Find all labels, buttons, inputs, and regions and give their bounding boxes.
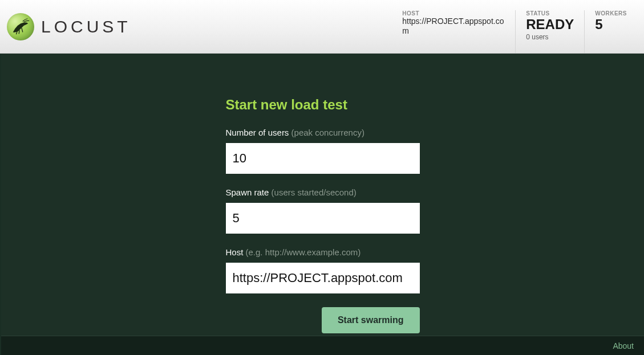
spawn-input[interactable] (226, 203, 420, 234)
host-label-text: Host (226, 247, 246, 257)
stat-host-label: HOST (402, 10, 505, 17)
host-label-hint: (e.g. http://www.example.com) (246, 247, 361, 257)
stat-status-sub: 0 users (526, 33, 574, 41)
app-header: LOCUST HOST https://PROJECT.appspot.com … (0, 0, 644, 54)
users-label: Number of users (peak concurrency) (226, 128, 420, 137)
stat-host-value: https://PROJECT.appspot.com (402, 17, 505, 36)
users-input[interactable] (226, 143, 420, 174)
users-label-text: Number of users (226, 128, 291, 137)
stat-status-label: STATUS (526, 10, 574, 17)
host-input[interactable] (226, 263, 420, 293)
locust-icon (7, 13, 34, 40)
stat-host: HOST https://PROJECT.appspot.com (392, 10, 515, 53)
logo-text: LOCUST (41, 17, 131, 36)
host-label: Host (e.g. http://www.example.com) (226, 247, 420, 257)
stat-workers-value: 5 (595, 17, 627, 33)
spawn-label: Spawn rate (users started/second) (226, 187, 420, 197)
stat-workers-label: WORKERS (595, 10, 627, 17)
about-link[interactable]: About (613, 341, 634, 350)
spawn-label-hint: (users started/second) (272, 187, 357, 197)
stat-status: STATUS READY 0 users (515, 10, 584, 53)
header-stats: HOST https://PROJECT.appspot.com STATUS … (392, 0, 637, 53)
footer: About (1, 336, 644, 355)
start-swarming-button[interactable]: Start swarming (322, 307, 420, 333)
new-load-test-form: Start new load test Number of users (pea… (226, 97, 420, 336)
stat-status-value: READY (526, 17, 574, 33)
spawn-label-text: Spawn rate (226, 187, 272, 197)
form-title: Start new load test (226, 97, 420, 113)
main-content: Start new load test Number of users (pea… (1, 54, 644, 336)
stat-workers: WORKERS 5 (584, 10, 637, 53)
users-label-hint: (peak concurrency) (291, 128, 364, 137)
logo: LOCUST (7, 13, 131, 40)
